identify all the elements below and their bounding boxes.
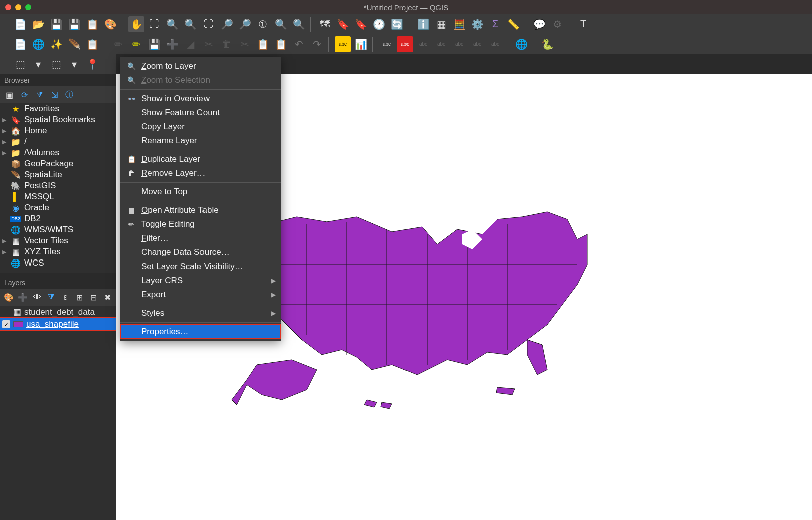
toolbox-icon[interactable]: ⚙️ [469, 16, 485, 32]
select-value-icon[interactable]: ▾ [30, 56, 46, 72]
python-icon[interactable]: 🐍 [539, 36, 555, 52]
new-shapefile-icon[interactable]: 🌐 [30, 36, 46, 52]
zoom-last-icon[interactable]: 🔍 [273, 16, 289, 32]
zoom-layer-icon[interactable]: 🔎 [237, 16, 253, 32]
cut-icon[interactable]: ✂ [237, 36, 253, 52]
pan-icon[interactable]: ✋ [128, 16, 144, 32]
text-annotation-icon[interactable]: T [575, 16, 591, 32]
redo-icon[interactable]: ↷ [309, 36, 325, 52]
add-group-icon[interactable]: ➕ [17, 291, 28, 303]
zoom-full-icon[interactable]: ⛶ [200, 16, 217, 32]
filter-browser-icon[interactable]: ⧩ [33, 89, 45, 101]
field-calc-icon[interactable]: 🧮 [451, 16, 467, 32]
label-props2-icon[interactable]: abc [487, 36, 503, 52]
remove-icon[interactable]: ✖ [102, 291, 113, 303]
label-move-icon[interactable]: abc [379, 36, 395, 52]
ctx-remove-layer-[interactable]: 🗑Remove Layer… [120, 166, 281, 180]
select-icon[interactable]: ⬚ [12, 56, 28, 72]
filter-legend-icon[interactable]: ⧩ [46, 291, 57, 303]
label-icon[interactable]: abc [335, 36, 351, 52]
measure-icon[interactable]: 📏 [505, 16, 521, 32]
new-spatialite-icon[interactable]: 🪶 [66, 36, 82, 52]
add-feature-icon[interactable]: ➕ [164, 36, 180, 52]
pan-selection-icon[interactable]: ⛶ [146, 16, 162, 32]
ctx-toggle-editing[interactable]: ✏Toggle Editing [120, 217, 281, 231]
modify-icon[interactable]: ✂ [200, 36, 217, 52]
expand-icon[interactable]: ⊞ [74, 291, 85, 303]
label-change-icon[interactable]: abc [451, 36, 467, 52]
identify-icon[interactable]: ℹ️ [415, 16, 431, 32]
attribute-table-icon[interactable]: ▦ [433, 16, 449, 32]
maximize-window[interactable] [25, 4, 31, 10]
options-icon[interactable]: ⚙ [549, 16, 565, 32]
paste-icon[interactable]: 📋 [273, 36, 289, 52]
copy-icon[interactable]: 📋 [255, 36, 271, 52]
layer-row-selected[interactable]: ✓ usa_shapefile [0, 318, 116, 330]
ctx-change-data-source-[interactable]: Change Data Source… [120, 245, 281, 259]
undo-icon[interactable]: ↶ [291, 36, 307, 52]
toggle-edit-icon[interactable]: ✏ [128, 36, 144, 52]
layer-checkbox[interactable]: ✓ [2, 320, 10, 328]
delete-icon[interactable]: 🗑 [219, 36, 235, 52]
zoom-native-icon[interactable]: ① [255, 16, 271, 32]
metasearch-icon[interactable]: 🌐 [513, 36, 529, 52]
ctx-styles[interactable]: Styles▶ [120, 306, 281, 320]
ctx-duplicate-layer[interactable]: 📋Duplicate Layer [120, 152, 281, 166]
save-as-icon[interactable]: 💾 [66, 16, 82, 32]
label-pin-icon[interactable]: abc [397, 36, 413, 52]
ctx-copy-layer[interactable]: Copy Layer [120, 120, 281, 134]
ctx-export[interactable]: Export▶ [120, 288, 281, 302]
close-window[interactable] [5, 4, 11, 10]
style-manager-icon[interactable]: 🎨 [102, 16, 118, 32]
ctx-show-feature-count[interactable]: Show Feature Count [120, 106, 281, 120]
edits-icon[interactable]: ✏ [110, 36, 126, 52]
new-virtual-icon[interactable]: 📋 [84, 36, 100, 52]
visibility-icon[interactable]: 👁 [32, 291, 43, 303]
refresh-browser-icon[interactable]: ⟳ [18, 89, 30, 101]
ctx-set-layer-scale-visibility-[interactable]: Set Layer Scale Visibility… [120, 259, 281, 274]
statistics-icon[interactable]: Σ [487, 16, 503, 32]
select-all-icon[interactable]: ▾ [66, 56, 82, 72]
label-hide-icon[interactable]: abc [415, 36, 431, 52]
zoom-selection-icon[interactable]: 🔎 [219, 16, 235, 32]
new-project-icon[interactable]: 📄 [12, 16, 28, 32]
new-map-view-icon[interactable]: 🗺 [317, 16, 333, 32]
zoom-next-icon[interactable]: 🔍 [291, 16, 307, 32]
style-icon[interactable]: 🎨 [3, 291, 14, 303]
layers-list[interactable]: ▦ student_debt_data ✓ usa_shapefile [0, 306, 116, 520]
save-edits-icon[interactable]: 💾 [146, 36, 162, 52]
ctx-zoom-to-layer[interactable]: 🔍Zoom to Layer [120, 59, 281, 73]
ctx-show-in-overview[interactable]: 👓Show in Overview [120, 92, 281, 106]
new-bookmark-icon[interactable]: 🔖 [335, 16, 351, 32]
zoom-out-icon[interactable]: 🔍 [182, 16, 198, 32]
ctx-filter-[interactable]: Filter… [120, 231, 281, 245]
refresh-icon[interactable]: 🔄 [389, 16, 405, 32]
print-layout-icon[interactable]: 📋 [84, 16, 100, 32]
ctx-move-to-top[interactable]: Move to Top [120, 185, 281, 199]
add-layer-icon[interactable]: ▣ [3, 89, 15, 101]
temporal-icon[interactable]: 🕐 [371, 16, 387, 32]
add-vector-icon[interactable]: 📄 [12, 36, 28, 52]
label-props-icon[interactable]: abc [469, 36, 485, 52]
ctx-open-attribute-table[interactable]: ▦Open Attribute Table [120, 203, 281, 217]
properties-widget-icon[interactable]: ⓘ [63, 89, 75, 101]
browser-tree[interactable]: ★Favorites ▶🔖Spatial Bookmarks ▶🏠Home ▶📁… [0, 103, 116, 273]
ctx-properties-[interactable]: Properties… [120, 325, 281, 339]
ctx-rename-layer[interactable]: Rename Layer [120, 134, 281, 148]
label-rotate-icon[interactable]: abc [433, 36, 449, 52]
splitter[interactable]: ┄┄┄ [0, 273, 116, 277]
select-location-icon[interactable]: 📍 [84, 56, 100, 72]
collapse-all-icon[interactable]: ⊟ [88, 291, 99, 303]
zoom-in-icon[interactable]: 🔍 [164, 16, 180, 32]
minimize-window[interactable] [15, 4, 21, 10]
diagram-icon[interactable]: 📊 [353, 36, 369, 52]
vertex-icon[interactable]: ◢ [182, 36, 198, 52]
collapse-icon[interactable]: ⇲ [48, 89, 60, 101]
layer-row[interactable]: ▦ student_debt_data [0, 306, 116, 318]
map-tips-icon[interactable]: 💬 [531, 16, 547, 32]
ctx-layer-crs[interactable]: Layer CRS▶ [120, 274, 281, 288]
new-geopackage-icon[interactable]: ✨ [48, 36, 64, 52]
deselect-icon[interactable]: ⬚ [48, 56, 64, 72]
save-project-icon[interactable]: 💾 [48, 16, 64, 32]
expression-icon[interactable]: ε [60, 291, 71, 303]
